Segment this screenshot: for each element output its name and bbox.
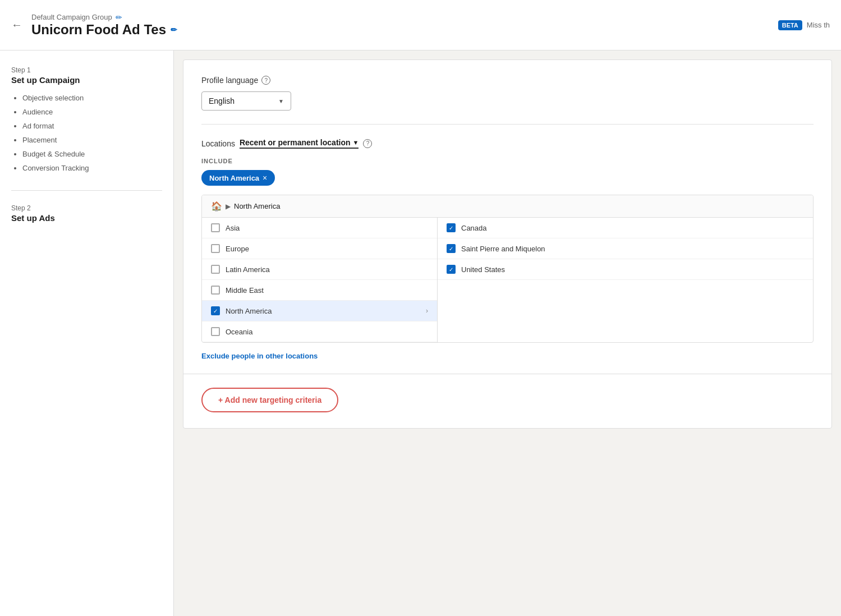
step2-label: Step 2	[11, 204, 162, 212]
location-type-arrow-icon: ▼	[353, 139, 359, 146]
header-title: Default Campaign Group ✏ Unicorn Food Ad…	[31, 13, 177, 38]
language-select[interactable]: English ▼	[201, 91, 291, 111]
location-columns: Asia Europe Latin America Middle Ea	[202, 218, 813, 342]
location-subitem-saint-pierre[interactable]: Saint Pierre and Miquelon	[438, 238, 813, 259]
middle-east-label: Middle East	[226, 286, 264, 295]
miss-text: Miss th	[807, 21, 830, 29]
breadcrumb-region: North America	[234, 202, 280, 210]
breadcrumb-arrow-icon: ▶	[226, 203, 231, 210]
campaign-name: Unicorn Food Ad Tes	[31, 22, 166, 38]
location-subitem-united-states[interactable]: United States	[438, 259, 813, 280]
content-card: Profile language ? English ▼ Locations R…	[183, 59, 832, 429]
location-breadcrumb: 🏠 ▶ North America	[202, 195, 813, 218]
location-list: Asia Europe Latin America Middle Ea	[202, 218, 438, 342]
sidebar-item-budget[interactable]: Budget & Schedule	[22, 150, 162, 158]
europe-label: Europe	[226, 245, 249, 253]
header-group: Default Campaign Group ✏	[31, 13, 177, 22]
edit-campaign-icon[interactable]: ✏	[171, 25, 177, 34]
exclude-text: people in other locations	[231, 352, 318, 360]
locations-label: Locations	[201, 139, 235, 148]
location-type-button[interactable]: Recent or permanent location ▼	[240, 138, 359, 149]
step1-label: Step 1	[11, 66, 162, 74]
location-type-text: Recent or permanent location	[240, 138, 351, 147]
home-icon[interactable]: 🏠	[211, 201, 222, 212]
latin-america-label: Latin America	[226, 265, 270, 274]
united-states-checkbox[interactable]	[447, 265, 456, 274]
canada-label: Canada	[461, 224, 487, 232]
header-left: ← Default Campaign Group ✏ Unicorn Food …	[11, 13, 177, 38]
sidebar-items: Objective selection Audience Ad format P…	[11, 94, 162, 172]
oceania-checkbox[interactable]	[211, 327, 220, 336]
oceania-label: Oceania	[226, 328, 252, 336]
locations-header: Locations Recent or permanent location ▼…	[201, 138, 814, 149]
europe-checkbox[interactable]	[211, 244, 220, 253]
location-item-europe[interactable]: Europe	[202, 238, 437, 259]
language-value: English	[209, 96, 235, 105]
north-america-checkbox[interactable]	[211, 306, 220, 315]
saint-pierre-label: Saint Pierre and Miquelon	[461, 245, 545, 253]
add-criteria-button[interactable]: + Add new targeting criteria	[201, 388, 338, 412]
north-america-expand-icon: ›	[426, 307, 428, 315]
tag-remove-button[interactable]: ×	[263, 173, 267, 182]
asia-label: Asia	[226, 224, 240, 232]
saint-pierre-checkbox[interactable]	[447, 244, 456, 253]
step1-title: Set up Campaign	[11, 75, 162, 85]
latin-america-checkbox[interactable]	[211, 265, 220, 274]
sidebar-item-audience[interactable]: Audience	[22, 108, 162, 116]
united-states-label: United States	[461, 265, 505, 274]
header: ← Default Campaign Group ✏ Unicorn Food …	[0, 0, 841, 50]
canada-checkbox[interactable]	[447, 223, 456, 232]
step2-section: Step 2 Set up Ads	[11, 204, 162, 223]
location-selector: 🏠 ▶ North America Asia Europe	[201, 195, 814, 343]
location-sublist: Canada Saint Pierre and Miquelon United …	[438, 218, 813, 342]
north-america-list-label: North America	[226, 307, 272, 315]
section-divider-1	[201, 124, 814, 125]
profile-language-label: Profile language ?	[201, 76, 814, 85]
dropdown-arrow-icon: ▼	[278, 98, 284, 104]
locations-help-icon[interactable]: ?	[363, 139, 372, 148]
include-label: INCLUDE	[201, 158, 814, 164]
main-layout: Step 1 Set up Campaign Objective selecti…	[0, 50, 841, 616]
middle-east-checkbox[interactable]	[211, 286, 220, 295]
sidebar-item-objective[interactable]: Objective selection	[22, 94, 162, 102]
location-item-asia[interactable]: Asia	[202, 218, 437, 238]
tag-label: North America	[209, 174, 259, 182]
beta-badge: BETA	[778, 20, 802, 30]
step2-title: Set up Ads	[11, 213, 162, 223]
step1-section: Step 1 Set up Campaign Objective selecti…	[11, 66, 162, 172]
profile-language-help-icon[interactable]: ?	[261, 76, 270, 85]
location-item-latin-america[interactable]: Latin America	[202, 259, 437, 280]
header-campaign: Unicorn Food Ad Tes ✏	[31, 22, 177, 38]
location-item-oceania[interactable]: Oceania	[202, 321, 437, 342]
sidebar: Step 1 Set up Campaign Objective selecti…	[0, 50, 174, 616]
back-button[interactable]: ←	[11, 19, 22, 31]
header-right: BETA Miss th	[778, 20, 830, 30]
tag-list: North America ×	[201, 170, 814, 186]
exclude-link[interactable]: Exclude	[201, 352, 229, 360]
main-content: Profile language ? English ▼ Locations R…	[174, 50, 841, 616]
exclude-link-section: Exclude people in other locations	[201, 352, 814, 360]
location-subitem-canada[interactable]: Canada	[438, 218, 813, 238]
north-america-tag: North America ×	[201, 170, 275, 186]
location-item-middle-east[interactable]: Middle East	[202, 280, 437, 301]
sidebar-item-placement[interactable]: Placement	[22, 136, 162, 144]
add-criteria-section: + Add new targeting criteria	[183, 374, 831, 412]
sidebar-item-conversion[interactable]: Conversion Tracking	[22, 164, 162, 172]
asia-checkbox[interactable]	[211, 223, 220, 232]
location-item-north-america[interactable]: North America ›	[202, 301, 437, 321]
sidebar-item-adformat[interactable]: Ad format	[22, 122, 162, 130]
step-divider	[11, 190, 162, 191]
campaign-group-name: Default Campaign Group	[31, 13, 112, 21]
edit-group-icon[interactable]: ✏	[116, 13, 122, 22]
